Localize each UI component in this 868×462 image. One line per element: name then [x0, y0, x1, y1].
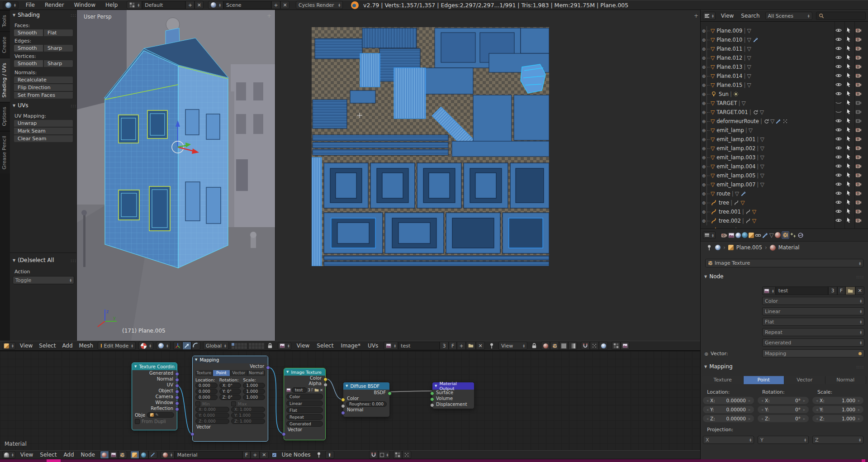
rot-z-field[interactable]: Z: 0° — [219, 395, 242, 400]
viewport-3d-canvas[interactable]: zy User Persp (171) Plane.005 + — [77, 10, 275, 341]
node-diffuse-bsdf[interactable]: ▼Diffuse BSDF BSDF Color Roughnes: 0.000… — [343, 382, 390, 417]
unlink-material-button[interactable]: ✕ — [260, 451, 269, 459]
context-data-icon[interactable]: ▽ — [769, 233, 774, 238]
shading-panel-header[interactable]: ▼Shading:::: — [13, 12, 40, 18]
use-nodes-checkbox[interactable] — [272, 452, 277, 457]
min-x-field[interactable]: X: 0.000 — [195, 407, 229, 412]
menu-window[interactable]: Window — [72, 2, 97, 8]
update-lock-icon[interactable] — [531, 343, 537, 349]
mapping-tab-vector[interactable]: Vector — [230, 370, 248, 376]
min-checkbox[interactable] — [195, 401, 200, 406]
editor-type-3d-dropdown[interactable] — [2, 342, 15, 350]
draw-color-button[interactable] — [541, 342, 550, 350]
menu-node-view[interactable]: View — [19, 452, 35, 458]
shader-linestyle-button[interactable] — [148, 451, 157, 459]
render-engine-dropdown[interactable]: Cycles Render — [296, 1, 343, 9]
uvs-panel-header[interactable]: ▼UVs:::: — [13, 102, 28, 109]
renderability-icon[interactable] — [855, 36, 863, 43]
outliner-row[interactable]: ⊕tree.002|▽ — [701, 216, 868, 225]
action-dropdown[interactable]: Toggle — [13, 276, 74, 284]
outliner-row[interactable]: ⊕▽emit_lamp.007|▽ — [701, 180, 868, 189]
socket-camera[interactable]: Camera — [132, 394, 177, 400]
tab-create[interactable]: Create — [0, 32, 10, 58]
uv-mode-dropdown[interactable]: View — [498, 342, 527, 350]
tab-options[interactable]: Options — [0, 102, 10, 130]
mapping-tab-point[interactable]: Point — [744, 376, 785, 384]
breadcrumb-object[interactable]: Plane.005 — [736, 244, 762, 251]
outliner-row[interactable]: ⊕Sun| — [701, 90, 868, 99]
uv-editor-region[interactable]: + — [275, 10, 700, 341]
mapping-tab-normal[interactable]: Normal — [825, 376, 867, 384]
min-z-field[interactable]: Z: 0.000 — [195, 419, 229, 424]
menu-help[interactable]: Help — [104, 2, 119, 8]
socket-alpha-out[interactable]: Alpha — [284, 381, 325, 386]
context-object-icon[interactable] — [749, 233, 754, 238]
scene-name[interactable]: Scene — [223, 1, 271, 9]
loc-y-field[interactable]: 0.000 — [195, 389, 218, 394]
context-physics-icon[interactable] — [797, 232, 804, 238]
tree-type-texture-button[interactable] — [118, 451, 127, 459]
viewport-shading-dropdown[interactable] — [138, 342, 153, 350]
outliner-row[interactable]: ⊕▽emit_lamp|▽ — [701, 126, 868, 135]
scale-y-field[interactable]: Y:1.000 — [812, 406, 863, 413]
context-modifiers-icon[interactable] — [762, 232, 768, 238]
menu-3d-mesh[interactable]: Mesh — [77, 343, 95, 349]
mapping-tab-texture[interactable]: Texture — [195, 370, 213, 376]
open-image-button[interactable] — [466, 342, 476, 350]
scale-x-field[interactable]: X:1.000 — [812, 397, 863, 404]
add-material-button[interactable]: + — [251, 451, 260, 459]
rot-y-field[interactable]: Y: 0° — [219, 389, 242, 394]
node-mapping[interactable]: ▼Mapping Vector Texture Point Vector Nor… — [192, 356, 268, 442]
menu-uv-uvs[interactable]: UVs — [366, 343, 380, 349]
region-plus-icon[interactable]: + — [694, 13, 698, 19]
outliner-search-box[interactable] — [816, 12, 866, 20]
node-image-texture[interactable]: ▼Image Texture Color Alpha test 3 F ✕ Co… — [284, 368, 326, 440]
uv-snap-button[interactable] — [581, 342, 590, 350]
context-particles-icon[interactable] — [790, 232, 797, 238]
extension-dropdown[interactable]: Repeat — [286, 414, 323, 420]
context-world-icon[interactable] — [742, 232, 748, 238]
outliner-row[interactable]: ⊕▽emit_lamp.001|▽ — [701, 135, 868, 144]
open-image-button[interactable] — [845, 286, 855, 295]
menu-3d-select[interactable]: Select — [37, 343, 57, 349]
source-dropdown[interactable]: Generated — [762, 338, 864, 347]
editor-type-outliner-dropdown[interactable] — [703, 12, 716, 20]
visibility-off-icon[interactable] — [835, 100, 843, 107]
vector-input-dropdown[interactable]: Mapping — [762, 349, 864, 357]
vertices-smooth-button[interactable]: Smooth — [14, 60, 43, 67]
outliner-row[interactable]: ⊕▽Plane.009|▽ — [701, 26, 868, 35]
outliner-row[interactable]: ⊕tree|▽ — [701, 198, 868, 207]
outliner-row[interactable]: ⊕▽TARGET.001|▽ — [701, 108, 868, 117]
interpolation-dropdown[interactable]: Linear — [762, 307, 864, 315]
scene-selector[interactable]: Scene + ✕ — [208, 1, 289, 9]
texture-type-dropdown[interactable]: Image Texture — [705, 259, 863, 267]
manipulator-axes-button[interactable] — [173, 342, 182, 350]
image-users[interactable]: 3 — [308, 388, 310, 392]
roughness-slider[interactable]: Roughnes: 0.000 — [346, 401, 387, 407]
max-z-field[interactable]: Z: 1.000 — [231, 419, 265, 424]
rotation-z-field[interactable]: Z:0° — [758, 415, 809, 422]
node-editor-canvas[interactable]: ▼Texture Coordin... Generated Normal UV … — [0, 351, 700, 450]
scale-x-field[interactable]: 1.000 — [243, 383, 265, 388]
copy-attributes-button[interactable] — [621, 342, 630, 350]
socket-volume-in[interactable]: Volume — [432, 395, 474, 401]
menu-node-node[interactable]: Node — [79, 452, 97, 458]
image-name-field[interactable]: test — [292, 387, 307, 393]
outliner-row[interactable]: ⊕▽deformeurRoute|▽ — [701, 117, 868, 126]
color-space-dropdown[interactable]: Color — [286, 394, 323, 400]
proportional-edit-dropdown[interactable] — [156, 342, 171, 350]
set-from-faces-button[interactable]: Set From Faces — [14, 91, 73, 99]
location-z-field[interactable]: Z:0.00000 — [703, 415, 754, 422]
rot-x-field[interactable]: X: 0° — [219, 383, 242, 388]
outliner-row-partial[interactable]: ⊕| — [701, 225, 868, 229]
add-layout-button[interactable]: + — [185, 1, 194, 9]
projection-y-dropdown[interactable]: Y — [758, 436, 809, 444]
tree-type-shader-button[interactable] — [100, 451, 109, 459]
projection-x-dropdown[interactable]: X — [703, 436, 754, 444]
tab-tools[interactable]: Tools — [0, 10, 10, 32]
image-users-count[interactable]: 3 — [440, 342, 449, 350]
menu-uv-select[interactable]: Select — [315, 343, 335, 349]
color-space-dropdown[interactable]: Color — [762, 297, 864, 305]
renderability-icon[interactable] — [855, 27, 863, 34]
mapping-tab-vector[interactable]: Vector — [784, 376, 825, 384]
